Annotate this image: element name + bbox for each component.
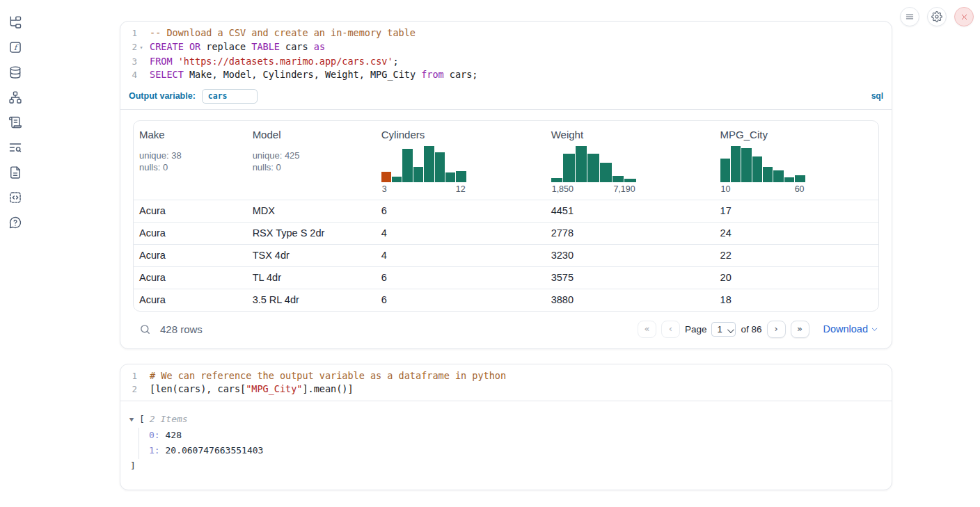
table-cell: 17 [715,200,878,222]
collapse-chevron-icon[interactable]: ▼ [129,412,141,426]
column-header-make: Makeunique: 38nulls: 0 [134,121,247,200]
last-page-button[interactable]: » [791,321,809,338]
column-header-model: Modelunique: 425nulls: 0 [247,121,376,200]
help-icon[interactable] [8,216,22,230]
search-icon[interactable] [139,323,151,335]
table-cell: 24 [715,223,878,244]
column-header-mpg_city: MPG_City1060 [715,121,878,200]
datasources-icon[interactable] [8,65,22,79]
python-code-editor[interactable]: 1# We can reference the output variable … [120,364,892,401]
output-variable-input[interactable] [202,89,258,104]
table-cell: 20 [715,267,878,289]
table-cell: 4451 [546,200,715,222]
output-variable-label: Output variable: [129,91,196,101]
download-button[interactable]: Download [823,323,879,335]
table-cell: TSX 4dr [247,245,376,266]
hist-bar [456,171,466,182]
page-select[interactable]: 1 [711,322,736,337]
code-line: 2▾CREATE OR replace TABLE cars as [123,40,883,55]
code-text: [len(cars), cars["MPG_City"].mean()] [145,383,354,396]
table-row: AcuraRSX Type S 2dr4277824 [134,222,878,244]
column-histogram: 1,8507,190 [551,146,636,194]
prev-page-button[interactable]: ‹ [661,321,680,338]
table-row: AcuraTL 4dr6357520 [134,266,878,289]
axis-min-label: 3 [382,184,387,194]
file-explorer-icon[interactable] [8,15,22,29]
table-cell: 2778 [546,223,715,244]
hist-bar [784,177,794,182]
page-total-label: of 86 [741,324,761,335]
settings-button[interactable] [927,7,947,26]
table-cell: 3880 [546,289,715,311]
code-text: FROM 'https://datasets.marimo.app/cars.c… [145,55,399,69]
code-line: 2[len(cars), cars["MPG_City"].mean()] [123,383,883,396]
sql-cell: 1-- Download a CSV and create an in-memo… [120,21,892,349]
column-header-weight: Weight1,8507,190 [546,121,715,200]
code-text: -- Download a CSV and create an in-memor… [145,26,416,40]
tree-entry-value: 20.060747663551403 [160,445,264,456]
menu-button[interactable] [900,7,919,26]
line-number: 3 [123,55,137,69]
language-badge: sql [871,91,883,101]
hist-bar [795,175,805,182]
table-row: Acura3.5 RL 4dr6388018 [134,289,878,311]
table-cell: Acura [134,200,247,222]
hist-bar [576,146,587,182]
fold-spacer [137,369,145,383]
histogram-axis: 312 [381,184,466,194]
column-header-cylinders: Cylinders312 [376,121,546,200]
table-cell: 18 [715,289,878,311]
next-page-button[interactable]: › [767,321,786,338]
table-cell: 4 [376,223,546,244]
variables-icon[interactable]: f [8,40,22,54]
line-number: 4 [123,68,137,82]
histogram-bars [720,146,805,182]
hist-bar [413,167,423,182]
tree-entry-value: 428 [160,430,182,440]
hist-bar [587,154,599,182]
table-header: Makeunique: 38nulls: 0Modelunique: 425nu… [134,121,878,200]
table-footer: 428 rows « ‹ Page 1 of 86 › » [133,312,879,348]
logs-icon[interactable] [8,140,22,154]
snippets-icon[interactable] [8,191,22,204]
table-row: AcuraTSX 4dr4323022 [134,244,878,266]
hist-bar [731,146,741,182]
table-cell: Acura [134,289,247,311]
table-cell: 6 [376,267,546,289]
table-cell: 3230 [546,245,715,266]
fold-spacer [137,68,145,82]
code-text: SELECT Make, Model, Cylinders, Weight, M… [145,68,477,82]
svg-text:f: f [14,43,19,52]
code-line: 1# We can reference the output variable … [123,369,883,383]
table-cell: 4 [376,245,546,266]
table-cell: RSX Type S 2dr [247,223,376,244]
line-number: 2 [123,40,137,55]
data-table: Makeunique: 38nulls: 0Modelunique: 425nu… [133,120,879,312]
histogram-bars [551,146,636,182]
axis-min-label: 10 [721,184,731,194]
code-line: 1-- Download a CSV and create an in-memo… [123,26,883,40]
fold-chevron-icon[interactable]: ▾ [137,40,145,55]
hist-bar [381,172,391,182]
download-label: Download [823,323,869,335]
sql-cell-output: Makeunique: 38nulls: 0Modelunique: 425nu… [120,110,892,348]
column-name: Make [139,129,242,140]
fold-spacer [137,383,145,396]
hist-bar [741,148,751,182]
hist-bar [600,163,612,182]
histogram-bars [381,146,466,182]
fold-spacer [137,55,145,69]
table-cell: 6 [376,200,546,222]
sql-code-editor[interactable]: 1-- Download a CSV and create an in-memo… [120,22,892,86]
tree-entry: 1: 20.060747663551403 [149,443,879,459]
code-line: 4SELECT Make, Model, Cylinders, Weight, … [123,68,883,82]
dependency-graph-icon[interactable] [8,90,22,104]
table-cell: MDX [247,200,376,222]
first-page-button[interactable]: « [638,321,656,338]
table-cell: 3575 [546,267,715,289]
topbar-actions [900,7,974,26]
outline-icon[interactable] [8,115,22,129]
documentation-icon[interactable] [8,166,22,179]
shutdown-button[interactable] [954,7,974,26]
table-row: AcuraMDX6445117 [134,200,878,222]
